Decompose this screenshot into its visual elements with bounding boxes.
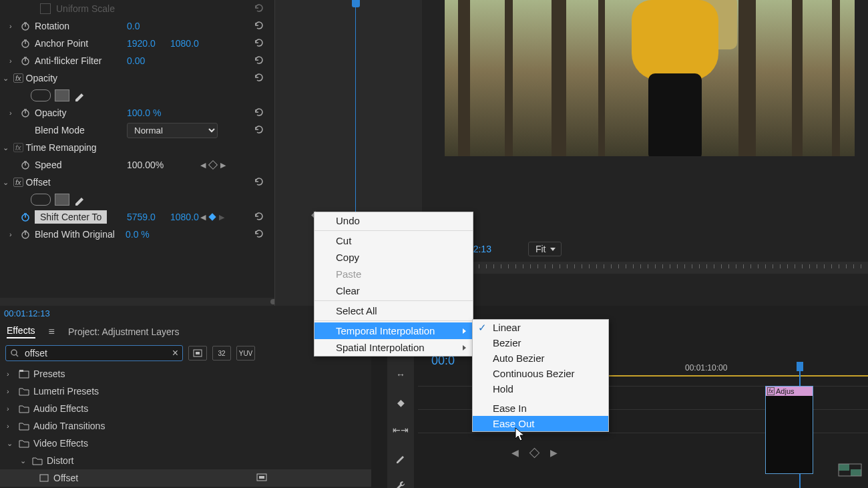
tree-audio-tr[interactable]: ›Audio Transitions [0, 417, 371, 435]
panel-menu-icon[interactable]: ≡ [49, 326, 55, 338]
blend-mode-select[interactable]: Normal [127, 123, 218, 138]
shift-x[interactable]: 5759.0 [127, 212, 156, 222]
offset-header[interactable]: ⌄ fx Offset [0, 174, 274, 191]
stopwatch-icon[interactable] [20, 160, 31, 170]
tree-video-fx[interactable]: ⌄Video Effects [0, 435, 371, 452]
submenu-auto-bezier[interactable]: Auto Bezier [473, 350, 608, 366]
tree-presets[interactable]: ›Presets [0, 365, 371, 383]
reset-icon[interactable] [253, 3, 265, 13]
stopwatch-icon[interactable] [20, 21, 31, 31]
submenu-linear[interactable]: Linear [473, 320, 608, 335]
anchor-y[interactable]: 1080.0 [170, 38, 199, 49]
rotation-row: › Rotation 0.0 [0, 17, 274, 35]
reset-icon[interactable] [253, 107, 265, 117]
anchor-x[interactable]: 1920.0 [127, 38, 156, 49]
reset-icon[interactable] [253, 211, 265, 222]
time-remapping-header[interactable]: ⌄ fx Time Remapping [0, 139, 274, 156]
svg-point-7 [11, 350, 17, 355]
ellipse-mask-icon[interactable] [31, 89, 51, 101]
svg-rect-14 [259, 476, 264, 479]
speed-value[interactable]: 100.00% [127, 160, 164, 170]
tree-distort[interactable]: ⌄Distort [0, 452, 371, 469]
pen-mask-icon[interactable] [73, 89, 85, 101]
yuv-icon[interactable]: YUV [236, 346, 255, 360]
rect-mask-icon[interactable] [55, 89, 69, 101]
opacity-header[interactable]: ⌄ fx Opacity [0, 69, 274, 87]
uniform-scale-row: Uniform Scale [0, 0, 274, 17]
monitor-ruler[interactable] [421, 262, 868, 274]
clear-search-icon[interactable]: × [172, 347, 178, 359]
antiflicker-value[interactable]: 0.00 [127, 55, 145, 66]
svg-rect-12 [40, 475, 48, 481]
reset-icon[interactable] [253, 72, 265, 83]
rect-mask-icon[interactable] [55, 194, 69, 206]
submenu-ease-out[interactable]: Ease Out [473, 416, 608, 431]
reset-icon[interactable] [253, 37, 265, 48]
menu-clear[interactable]: Clear [314, 282, 473, 299]
collapse-icon[interactable]: ⌄ [3, 74, 11, 83]
timeline-playhead[interactable] [797, 362, 803, 371]
track-keyframe-nav: ◀ ▶ [511, 447, 558, 458]
add-keyframe-icon[interactable] [208, 213, 216, 220]
32bit-icon[interactable]: 32 [212, 346, 231, 360]
stopwatch-active-icon[interactable] [20, 212, 31, 222]
expand-icon[interactable]: › [9, 109, 17, 117]
submenu-hold[interactable]: Hold [473, 381, 608, 397]
rotation-value[interactable]: 0.0 [127, 21, 140, 31]
menu-spatial-interpolation[interactable]: Spatial Interpolation [314, 339, 473, 356]
reset-icon[interactable] [253, 55, 265, 65]
stopwatch-icon[interactable] [20, 55, 31, 66]
pen-mask-icon[interactable] [73, 194, 85, 206]
submenu-bezier[interactable]: Bezier [473, 335, 608, 350]
submenu-continuous-bezier[interactable]: Continuous Bezier [473, 366, 608, 381]
menu-undo[interactable]: Undo [314, 212, 473, 229]
tool-wrench-icon[interactable] [393, 477, 409, 488]
menu-select-all[interactable]: Select All [314, 302, 473, 319]
reset-icon[interactable] [253, 20, 265, 31]
stopwatch-icon[interactable] [20, 229, 31, 240]
expand-icon[interactable]: › [9, 57, 17, 65]
collapse-icon[interactable]: ⌄ [3, 144, 11, 152]
add-keyframe-icon[interactable] [208, 160, 218, 170]
collapse-icon[interactable]: ⌄ [3, 178, 11, 187]
blend-original-value[interactable]: 0.0 % [126, 229, 150, 240]
trim-monitor-icon[interactable] [837, 460, 865, 481]
tool-link-icon[interactable]: ↔ [393, 367, 409, 383]
opacity-value[interactable]: 100.0 % [127, 107, 161, 118]
next-keyframe-icon[interactable]: ▶ [550, 447, 558, 458]
tab-project[interactable]: Project: Adjustment Layers [68, 326, 180, 337]
zoom-fit-select[interactable]: Fit [528, 242, 562, 256]
menu-copy[interactable]: Copy [314, 249, 473, 266]
prev-keyframe-icon[interactable]: ◀ [200, 213, 206, 222]
ellipse-mask-icon[interactable] [31, 194, 51, 206]
tool-pen-icon[interactable] [393, 450, 409, 466]
stopwatch-icon[interactable] [20, 38, 31, 49]
shift-y[interactable]: 1080.0 [170, 212, 199, 222]
menu-cut[interactable]: Cut [314, 232, 473, 249]
reset-icon[interactable] [253, 228, 265, 239]
tab-effects[interactable]: Effects [7, 325, 35, 338]
tool-fit-icon[interactable]: ⇤⇥ [393, 422, 409, 438]
reset-icon[interactable] [253, 176, 265, 187]
prev-keyframe-icon[interactable]: ◀ [200, 161, 206, 170]
next-keyframe-icon[interactable]: ▶ [219, 213, 224, 222]
svg-rect-17 [839, 464, 849, 471]
tree-audio-fx[interactable]: ›Audio Effects [0, 400, 371, 417]
tool-marker-icon[interactable]: ◆ [393, 395, 409, 411]
clip-adjustment[interactable]: fxAdjus [765, 386, 813, 474]
menu-temporal-interpolation[interactable]: Temporal Interpolation [314, 322, 473, 339]
accelerated-fx-icon[interactable] [188, 346, 207, 360]
reset-icon[interactable] [253, 124, 265, 135]
scrollbar[interactable] [0, 298, 274, 306]
add-keyframe-icon[interactable] [529, 447, 540, 458]
tree-item-offset[interactable]: Offset [0, 469, 371, 487]
tree-lumetri[interactable]: ›Lumetri Presets [0, 383, 371, 400]
stopwatch-icon[interactable] [20, 107, 31, 118]
prev-keyframe-icon[interactable]: ◀ [511, 447, 519, 458]
submenu-ease-in[interactable]: Ease In [473, 401, 608, 416]
expand-icon[interactable]: › [9, 230, 17, 238]
expand-icon[interactable]: › [9, 22, 17, 30]
next-keyframe-icon[interactable]: ▶ [220, 161, 226, 170]
search-input[interactable] [23, 347, 172, 359]
opacity-row: › Opacity 100.0 % [0, 104, 274, 121]
